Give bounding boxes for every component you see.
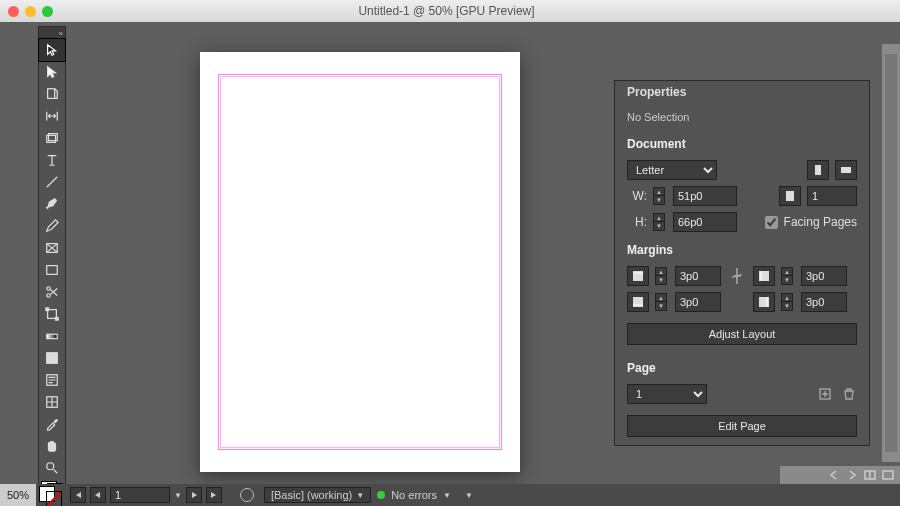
margin-bottom-field[interactable]: 3p0 <box>675 292 721 312</box>
toolbox: » <box>38 26 66 504</box>
svg-rect-9 <box>56 318 59 321</box>
status-more-icon[interactable]: ▼ <box>465 491 473 500</box>
gap-tool[interactable] <box>39 105 65 127</box>
eyedropper-tool[interactable] <box>39 413 65 435</box>
prev-page-button[interactable] <box>90 487 106 503</box>
orientation-landscape-icon[interactable] <box>835 160 857 180</box>
svg-rect-30 <box>883 471 893 479</box>
height-stepper[interactable]: ▲▼ <box>653 213 665 231</box>
pencil-tool[interactable] <box>39 215 65 237</box>
facing-pages-checkbox[interactable] <box>765 216 778 229</box>
margin-right-stepper[interactable]: ▲▼ <box>781 293 793 311</box>
svg-rect-8 <box>46 308 49 311</box>
screen-mode-icon[interactable] <box>882 469 894 481</box>
margin-right-field[interactable]: 3p0 <box>801 292 847 312</box>
margin-top-stepper[interactable]: ▲▼ <box>655 267 667 285</box>
page-tool[interactable] <box>39 83 65 105</box>
margin-top-field[interactable]: 3p0 <box>675 266 721 286</box>
svg-rect-10 <box>47 334 58 338</box>
hand-tool[interactable] <box>39 435 65 457</box>
document-title: Untitled-1 @ 50% [GPU Preview] <box>53 4 840 18</box>
preflight-menu-icon[interactable] <box>240 488 254 502</box>
free-transform-tool[interactable] <box>39 303 65 325</box>
status-bar: 50% 1 ▼ [Basic] (working) ▼ No errors ▼ … <box>0 484 900 506</box>
zoom-field[interactable]: 50% <box>0 484 36 506</box>
width-field[interactable]: 51p0 <box>673 186 737 206</box>
direct-selection-tool[interactable] <box>39 61 65 83</box>
margin-left-stepper[interactable]: ▲▼ <box>781 267 793 285</box>
selection-state-label: No Selection <box>615 105 869 129</box>
document-section-header: Document <box>615 129 869 157</box>
link-margins-icon[interactable] <box>732 266 742 286</box>
margin-bottom-stepper[interactable]: ▲▼ <box>655 293 667 311</box>
preflight-status-label: No errors <box>391 489 437 501</box>
page-dropdown-icon[interactable]: ▼ <box>174 491 182 500</box>
last-page-button[interactable] <box>206 487 222 503</box>
rectangle-frame-tool[interactable] <box>39 237 65 259</box>
svg-rect-17 <box>786 191 790 201</box>
bottom-right-view-controls <box>780 466 900 484</box>
svg-rect-15 <box>815 165 821 175</box>
orientation-portrait-icon[interactable] <box>807 160 829 180</box>
svg-rect-0 <box>48 89 55 99</box>
preflight-profile-select[interactable]: [Basic] (working) ▼ <box>264 487 371 503</box>
window-controls <box>8 6 53 17</box>
window-titlebar: Untitled-1 @ 50% [GPU Preview] <box>0 0 900 22</box>
scroll-right-icon[interactable] <box>846 469 858 481</box>
page-navigator: 1 ▼ <box>64 487 228 503</box>
preflight-dropdown-icon[interactable]: ▼ <box>443 491 451 500</box>
next-page-button[interactable] <box>186 487 202 503</box>
svg-point-6 <box>47 294 51 298</box>
edit-page-button[interactable]: Edit Page <box>627 415 857 437</box>
close-window-icon[interactable] <box>8 6 19 17</box>
margin-bottom-icon <box>627 292 649 312</box>
height-label: H: <box>627 215 647 229</box>
status-swatch[interactable] <box>36 484 64 506</box>
height-field[interactable]: 66p0 <box>673 212 737 232</box>
preflight-status-icon <box>377 491 385 499</box>
rectangle-tool[interactable] <box>39 259 65 281</box>
page-number-field[interactable]: 1 <box>110 487 170 503</box>
toolbox-header[interactable]: » <box>39 27 65 39</box>
selection-tool[interactable] <box>39 39 65 61</box>
scroll-left-icon[interactable] <box>828 469 840 481</box>
gradient-swatch-tool[interactable] <box>39 325 65 347</box>
preflight-profile-label: [Basic] (working) <box>271 489 352 501</box>
svg-point-14 <box>47 463 54 470</box>
page-section-header: Page <box>615 353 869 381</box>
split-view-icon[interactable] <box>864 469 876 481</box>
scissors-tool[interactable] <box>39 281 65 303</box>
pages-icon <box>779 186 801 206</box>
vertical-scrollbar[interactable] <box>882 44 900 462</box>
first-page-button[interactable] <box>70 487 86 503</box>
page-preset-select[interactable]: Letter <box>627 160 717 180</box>
properties-tab[interactable]: Properties <box>615 81 698 105</box>
minimize-window-icon[interactable] <box>25 6 36 17</box>
pages-field[interactable]: 1 <box>807 186 857 206</box>
margin-guide-inner <box>220 76 500 448</box>
line-tool[interactable] <box>39 171 65 193</box>
facing-pages-label: Facing Pages <box>784 215 857 229</box>
new-page-icon[interactable] <box>817 386 833 402</box>
svg-rect-18 <box>790 191 794 201</box>
svg-rect-11 <box>47 353 58 364</box>
adjust-layout-button[interactable]: Adjust Layout <box>627 323 857 345</box>
delete-page-icon[interactable] <box>841 386 857 402</box>
pen-tool[interactable] <box>39 193 65 215</box>
margin-left-icon <box>753 266 775 286</box>
color-theme-tool[interactable] <box>39 391 65 413</box>
svg-rect-4 <box>47 266 58 275</box>
maximize-window-icon[interactable] <box>42 6 53 17</box>
page-number-select[interactable]: 1 <box>627 384 707 404</box>
gradient-feather-tool[interactable] <box>39 347 65 369</box>
document-canvas[interactable] <box>200 52 520 472</box>
margin-left-field[interactable]: 3p0 <box>801 266 847 286</box>
type-tool[interactable] <box>39 149 65 171</box>
margin-top-icon <box>627 266 649 286</box>
margins-section-header: Margins <box>615 235 869 263</box>
svg-point-5 <box>47 287 51 291</box>
zoom-tool[interactable] <box>39 457 65 479</box>
width-stepper[interactable]: ▲▼ <box>653 187 665 205</box>
note-tool[interactable] <box>39 369 65 391</box>
content-collector-tool[interactable] <box>39 127 65 149</box>
